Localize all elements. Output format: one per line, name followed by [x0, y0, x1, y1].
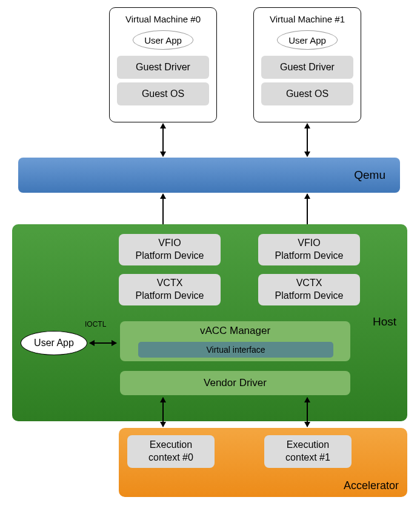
host-box: Host VFIO Platform Device VFIO Platform …: [12, 224, 407, 421]
arrow-vendor-exec0: [162, 398, 164, 427]
arrow-vm0-qemu: [162, 124, 164, 156]
vm1-user-app: User App: [277, 30, 338, 50]
arrow-ioctl: [90, 342, 116, 344]
accelerator-box: Accelerator Execution context #0 Executi…: [119, 428, 407, 497]
exec-context-1: Execution context #1: [264, 435, 352, 468]
host-user-app: User App: [21, 331, 87, 355]
ec1-l1: Execution: [287, 439, 329, 452]
vacc-title: vACC Manager: [200, 325, 270, 336]
vfio1-l2: Platform Device: [275, 250, 344, 262]
vctx-platform-0: VCTX Platform Device: [119, 274, 221, 305]
vctx0-l1: VCTX: [157, 277, 183, 290]
vm0-user-app: User App: [133, 30, 193, 50]
vm1-guest-driver: Guest Driver: [261, 56, 353, 79]
vacc-manager: vACC Manager Virtual interface: [120, 321, 350, 361]
exec-context-0: Execution context #0: [127, 435, 215, 468]
vm-box-0: Virtual Machine #0 User App Guest Driver…: [109, 7, 217, 122]
vfio-platform-1: VFIO Platform Device: [258, 234, 360, 265]
vm-title-0: Virtual Machine #0: [115, 14, 212, 24]
host-label: Host: [373, 315, 396, 329]
ioctl-label: IOCTL: [85, 320, 106, 329]
ec0-l1: Execution: [150, 439, 192, 452]
arrow-vendor-exec1: [307, 398, 308, 427]
virtual-interface: Virtual interface: [138, 342, 333, 358]
vm0-guest-os: Guest OS: [117, 82, 209, 105]
accelerator-label: Accelerator: [344, 479, 399, 492]
ec0-l2: context #0: [148, 452, 193, 464]
vfio-platform-0: VFIO Platform Device: [119, 234, 221, 265]
vfio1-l1: VFIO: [298, 237, 320, 250]
vfio0-l2: Platform Device: [136, 250, 204, 262]
vctx0-l2: Platform Device: [136, 290, 204, 302]
vctx1-l2: Platform Device: [275, 290, 344, 302]
ec1-l2: context #1: [285, 452, 330, 464]
vendor-driver: Vendor Driver: [120, 371, 350, 395]
vctx1-l1: VCTX: [296, 277, 322, 290]
vm-box-1: Virtual Machine #1 User App Guest Driver…: [253, 7, 361, 122]
qemu-bar: Qemu: [18, 158, 400, 193]
vm0-guest-driver: Guest Driver: [117, 56, 209, 79]
vm1-guest-os: Guest OS: [261, 82, 353, 105]
qemu-label: Qemu: [354, 168, 385, 182]
vfio0-l1: VFIO: [158, 237, 181, 250]
arrow-vm1-qemu: [307, 124, 308, 156]
vm-title-1: Virtual Machine #1: [259, 14, 356, 24]
vctx-platform-1: VCTX Platform Device: [258, 274, 360, 305]
